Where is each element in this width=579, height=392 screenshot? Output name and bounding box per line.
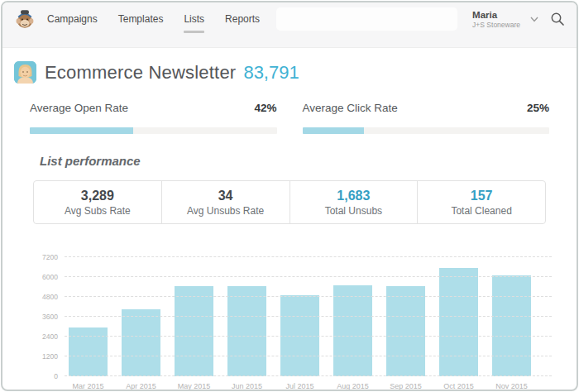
nav-item-campaigns[interactable]: Campaigns bbox=[47, 13, 98, 25]
click-rate-meter: Average Click Rate 25% bbox=[303, 102, 550, 134]
x-axis-label: Jul 2015 bbox=[285, 382, 313, 390]
gridline: 7200 bbox=[65, 256, 552, 257]
click-rate-label: Average Click Rate bbox=[303, 102, 398, 114]
bar-jun-2015[interactable] bbox=[227, 286, 266, 376]
chevron-down-icon bbox=[530, 17, 538, 22]
bar-slot: Jun 2015 bbox=[227, 257, 266, 376]
click-rate-bar bbox=[303, 127, 550, 134]
stats-strip: 3,289 Avg Subs Rate 34 Avg Unsubs Rate 1… bbox=[33, 180, 546, 224]
nav-highlight-area bbox=[276, 7, 457, 31]
x-axis-label: Nov 2015 bbox=[495, 382, 528, 390]
x-axis-label: Sep 2015 bbox=[390, 382, 422, 390]
stat-label: Avg Subs Rate bbox=[34, 205, 161, 217]
account-menu[interactable]: Maria J+S Stoneware bbox=[472, 9, 543, 30]
x-axis-label: Jun 2015 bbox=[232, 382, 262, 390]
y-axis-tick: 3600 bbox=[42, 313, 58, 321]
gridline: 4800 bbox=[65, 296, 552, 297]
stat-avg-unsubs: 34 Avg Unsubs Rate bbox=[161, 181, 290, 223]
bar-slot: Sep 2015 bbox=[386, 257, 425, 376]
open-rate-meter: Average Open Rate 42% bbox=[30, 102, 277, 134]
gridline: 1200 bbox=[65, 356, 552, 356]
open-rate-label: Average Open Rate bbox=[30, 102, 128, 114]
y-axis-tick: 4800 bbox=[42, 293, 58, 301]
y-axis-tick: 2400 bbox=[42, 332, 58, 341]
chart-bars: Mar 2015Apr 2015May 2015Jun 2015Jul 2015… bbox=[69, 257, 552, 376]
user-name: Maria bbox=[472, 9, 520, 21]
account-name: J+S Stoneware bbox=[472, 21, 520, 30]
primary-nav: Campaigns Templates Lists Reports bbox=[47, 13, 260, 25]
bar-sep-2015[interactable] bbox=[386, 286, 425, 376]
y-axis-tick: 6000 bbox=[42, 273, 58, 281]
search-icon[interactable] bbox=[550, 12, 565, 26]
y-axis-tick: 0 bbox=[54, 372, 58, 380]
open-rate-bar bbox=[30, 127, 277, 134]
section-title: List performance bbox=[40, 154, 577, 168]
stat-total-unsubs: 1,683 Total Unsubs bbox=[290, 181, 418, 223]
report-header: Ecommerce Newsletter 83,791 bbox=[2, 48, 577, 84]
stat-value: 3,289 bbox=[34, 189, 161, 203]
bar-slot: Jul 2015 bbox=[280, 257, 319, 376]
subscriber-count: 83,791 bbox=[243, 62, 299, 84]
list-avatar bbox=[14, 61, 36, 84]
bar-may-2015[interactable] bbox=[175, 286, 213, 376]
gridline: 0 bbox=[65, 375, 552, 376]
bar-slot: May 2015 bbox=[175, 257, 213, 376]
x-axis-label: Apr 2015 bbox=[126, 382, 156, 390]
stat-label: Total Cleaned bbox=[418, 205, 545, 217]
bar-nov-2015[interactable] bbox=[492, 275, 531, 376]
stat-label: Total Unsubs bbox=[290, 205, 418, 217]
bar-mar-2015[interactable] bbox=[69, 327, 108, 376]
nav-item-templates[interactable]: Templates bbox=[118, 13, 164, 25]
bar-slot: Oct 2015 bbox=[439, 257, 478, 376]
top-nav: Campaigns Templates Lists Reports Maria … bbox=[2, 2, 577, 48]
stat-total-cleaned: 157 Total Cleaned bbox=[417, 181, 545, 223]
y-axis-tick: 1200 bbox=[42, 352, 58, 361]
bar-aug-2015[interactable] bbox=[333, 285, 372, 376]
app-window: Campaigns Templates Lists Reports Maria … bbox=[1, 1, 578, 391]
x-axis-label: Oct 2015 bbox=[443, 382, 474, 390]
x-axis-label: Mar 2015 bbox=[72, 382, 103, 390]
page-title: Ecommerce Newsletter bbox=[45, 62, 236, 84]
bar-oct-2015[interactable] bbox=[439, 268, 478, 376]
subscriber-bar-chart: Mar 2015Apr 2015May 2015Jun 2015Jul 2015… bbox=[65, 257, 552, 376]
rate-meters: Average Open Rate 42% Average Click Rate… bbox=[2, 102, 577, 134]
gridline: 6000 bbox=[65, 276, 552, 277]
nav-item-lists[interactable]: Lists bbox=[184, 13, 204, 25]
gridline: 3600 bbox=[65, 316, 552, 317]
stat-value: 34 bbox=[162, 189, 290, 203]
mailchimp-freddie-logo[interactable] bbox=[16, 9, 34, 29]
bar-apr-2015[interactable] bbox=[122, 309, 160, 376]
bar-slot: Aug 2015 bbox=[333, 257, 372, 376]
gridline: 2400 bbox=[65, 336, 552, 337]
bar-slot: Apr 2015 bbox=[122, 257, 160, 376]
stat-avg-subs: 3,289 Avg Subs Rate bbox=[34, 181, 161, 223]
nav-item-reports[interactable]: Reports bbox=[225, 13, 260, 25]
stat-value: 1,683 bbox=[290, 189, 418, 203]
y-axis-tick: 7200 bbox=[42, 253, 58, 261]
x-axis-label: May 2015 bbox=[178, 382, 211, 390]
x-axis-label: Aug 2015 bbox=[337, 382, 369, 390]
open-rate-value: 42% bbox=[254, 102, 276, 114]
bar-slot: Nov 2015 bbox=[492, 257, 531, 376]
stat-value: 157 bbox=[418, 189, 545, 203]
click-rate-value: 25% bbox=[527, 102, 549, 114]
bar-slot: Mar 2015 bbox=[69, 257, 108, 376]
stat-label: Avg Unsubs Rate bbox=[162, 205, 290, 217]
